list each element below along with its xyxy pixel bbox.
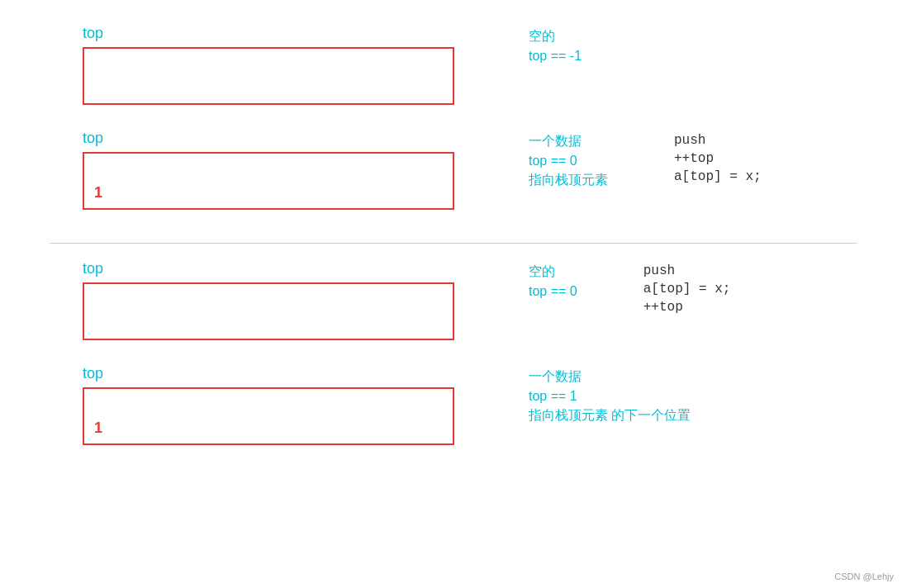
stack-info-1: 空的 top == -1	[529, 25, 582, 64]
stack-left-4: top 1	[83, 365, 454, 445]
section-2: top 空的 top == 0 push a[top] = x; ++top t…	[0, 244, 907, 486]
stack-left-3: top	[83, 260, 454, 340]
stack-group-2-one: top 1 一个数据 top == 1 指向栈顶元素 的下一个位置	[83, 365, 824, 445]
code-line-2-1: push	[643, 263, 731, 278]
info-title-2: 一个数据	[529, 133, 608, 150]
code-block-2: push a[top] = x; ++top	[643, 260, 731, 315]
info-detail2-1: top == 0	[529, 154, 608, 168]
code-line-1-2: ++top	[674, 151, 762, 166]
code-line-2-2: a[top] = x;	[643, 282, 731, 296]
right-side-3: 空的 top == 0 push a[top] = x; ++top	[487, 260, 730, 315]
info-detail-3: top == 0	[529, 284, 577, 299]
stack-info-2: 一个数据 top == 0 指向栈顶元素	[529, 130, 608, 189]
code-line-2-3: ++top	[643, 300, 731, 315]
code-line-1-1: push	[674, 133, 762, 148]
stack-left-2: top 1	[83, 130, 454, 210]
info-title-3: 空的	[529, 263, 577, 281]
code-block-1: push ++top a[top] = x;	[674, 130, 762, 184]
stack-box-value-4: 1	[94, 420, 102, 437]
stack-group-1-empty: top 空的 top == -1	[83, 25, 824, 105]
stack-group-2-empty: top 空的 top == 0 push a[top] = x; ++top	[83, 260, 824, 340]
top-label-4: top	[83, 365, 103, 382]
stack-info-3: 空的 top == 0	[529, 260, 577, 299]
stack-box-2: 1	[83, 152, 454, 210]
stack-box-value-2: 1	[94, 184, 102, 202]
stack-box-4: 1	[83, 387, 454, 445]
info-detail4-2: 指向栈顶元素 的下一个位置	[529, 407, 691, 424]
watermark: CSDN @Lehjy	[834, 571, 894, 581]
info-title-1: 空的	[529, 28, 582, 45]
section-1: top 空的 top == -1 top 1 一个数据 top == 0 指向栈…	[0, 0, 907, 243]
top-label-3: top	[83, 260, 103, 277]
info-detail-1: top == -1	[529, 49, 582, 64]
right-side-1: 空的 top == -1	[487, 25, 582, 64]
right-side-4: 一个数据 top == 1 指向栈顶元素 的下一个位置	[487, 365, 691, 424]
right-side-2: 一个数据 top == 0 指向栈顶元素 push ++top a[top] =…	[487, 130, 762, 189]
top-label-2: top	[83, 130, 103, 147]
stack-group-1-one: top 1 一个数据 top == 0 指向栈顶元素 push ++top a[…	[83, 130, 824, 210]
stack-box-1	[83, 47, 454, 105]
stack-box-3	[83, 282, 454, 340]
stack-info-4: 一个数据 top == 1 指向栈顶元素 的下一个位置	[529, 365, 691, 424]
top-label-1: top	[83, 25, 103, 42]
info-detail4-1: top == 1	[529, 389, 691, 404]
info-detail2-2: 指向栈顶元素	[529, 172, 608, 189]
stack-left-1: top	[83, 25, 454, 105]
info-title-4: 一个数据	[529, 368, 691, 386]
code-line-1-3: a[top] = x;	[674, 169, 762, 184]
